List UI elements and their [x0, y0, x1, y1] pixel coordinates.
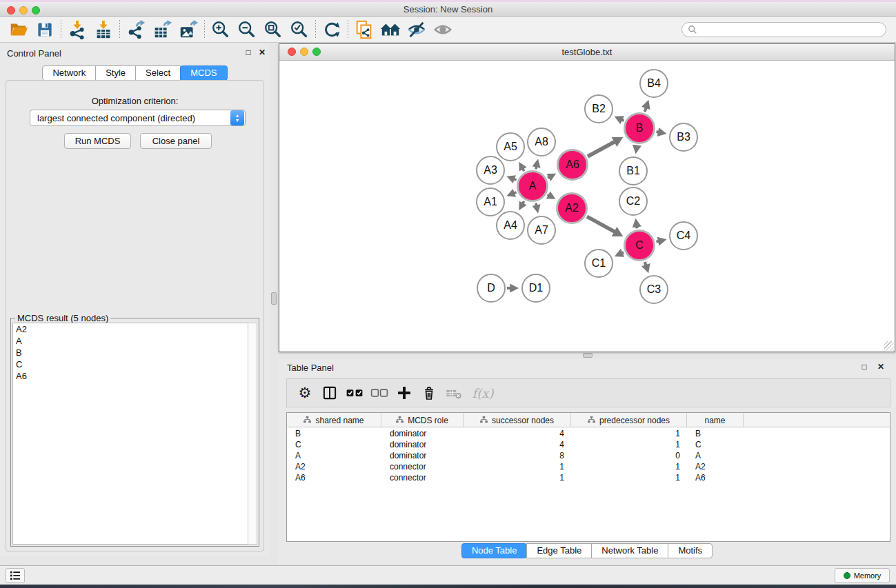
import-network-button[interactable]	[64, 19, 90, 41]
criterion-dropdown[interactable]: largest connected component (directed) ▲…	[30, 110, 246, 126]
zoom-fit-button[interactable]	[260, 19, 286, 41]
export-table-button[interactable]	[149, 19, 175, 41]
close-table-panel-icon[interactable]: ✕	[875, 362, 886, 372]
close-network-button[interactable]	[288, 48, 296, 56]
tab-edge-table[interactable]: Edge Table	[526, 543, 592, 558]
zoom-window-button[interactable]	[32, 6, 40, 14]
select-all-button[interactable]	[342, 381, 367, 405]
refresh-layout-button[interactable]	[319, 19, 345, 41]
hide-selected-button[interactable]	[404, 19, 430, 41]
tab-mcds[interactable]: MCDS	[180, 65, 227, 81]
column-header-name[interactable]: name	[687, 413, 744, 427]
save-session-button[interactable]	[32, 19, 58, 41]
column-header-shared-name[interactable]: shared name	[287, 413, 381, 427]
result-item[interactable]: B	[13, 347, 248, 358]
graph-node-C4[interactable]: C4	[669, 221, 698, 250]
deselect-all-button[interactable]	[367, 381, 392, 405]
table-row[interactable]: A2connector11A2	[287, 461, 890, 472]
result-item[interactable]: A	[13, 335, 248, 347]
column-type-icon	[303, 416, 315, 425]
graph-node-A6[interactable]: A6	[557, 149, 588, 181]
graph-node-C[interactable]: C	[624, 230, 655, 261]
graph-node-D[interactable]: D	[477, 274, 506, 303]
task-history-button[interactable]	[6, 568, 25, 583]
zoom-in-button[interactable]	[208, 19, 234, 41]
float-panel-icon[interactable]: □	[243, 48, 254, 57]
graph-node-A4[interactable]: A4	[496, 211, 525, 240]
run-mcds-button[interactable]: Run MCDS	[64, 133, 131, 149]
graph-edge-A2-C[interactable]	[587, 216, 615, 232]
zoom-selected-button[interactable]	[286, 19, 312, 41]
zoom-out-button[interactable]	[234, 19, 260, 41]
tab-motifs[interactable]: Motifs	[668, 543, 713, 558]
graph-node-B2[interactable]: B2	[584, 94, 613, 123]
graph-node-C2[interactable]: C2	[619, 187, 648, 216]
memory-button[interactable]: Memory	[835, 568, 890, 583]
result-item[interactable]: C	[13, 358, 248, 370]
minimize-window-button[interactable]	[19, 6, 28, 14]
tab-network-table[interactable]: Network Table	[591, 543, 668, 558]
delete-column-button[interactable]	[417, 381, 441, 405]
tab-node-table[interactable]: Node Table	[461, 543, 528, 558]
toolbar-separator	[315, 20, 316, 39]
export-table-icon	[152, 19, 172, 40]
function-builder-button[interactable]: f(x)	[466, 381, 499, 405]
window-resize-grip[interactable]	[884, 341, 894, 351]
graph-node-B1[interactable]: B1	[619, 156, 648, 185]
table-settings-button[interactable]: ⚙	[292, 381, 317, 405]
search-field[interactable]	[681, 22, 886, 37]
column-header-predecessor-nodes[interactable]: predecessor nodes	[571, 413, 687, 427]
table-cell: C	[687, 439, 744, 450]
first-neighbors-button[interactable]	[377, 19, 404, 41]
column-header-MCDS-role[interactable]: MCDS role	[381, 413, 464, 427]
edge-arrowhead	[633, 219, 641, 228]
delete-table-icon	[444, 384, 464, 402]
table-row[interactable]: A6connector11A6	[287, 472, 890, 483]
minimize-network-button[interactable]	[300, 48, 308, 56]
edge-arrowhead	[510, 283, 519, 292]
result-item[interactable]: A2	[13, 323, 248, 335]
graph-node-B4[interactable]: B4	[639, 69, 668, 98]
column-header-successor-nodes[interactable]: successor nodes	[464, 413, 571, 427]
new-network-from-selection-button[interactable]	[351, 19, 377, 41]
graph-node-D1[interactable]: D1	[521, 274, 550, 303]
export-network-button[interactable]	[123, 19, 149, 41]
graph-node-A5[interactable]: A5	[496, 132, 525, 161]
graph-node-A3[interactable]: A3	[476, 156, 505, 185]
graph-node-C1[interactable]: C1	[584, 249, 613, 278]
graph-node-C3[interactable]: C3	[639, 275, 668, 304]
delete-table-button[interactable]	[441, 381, 466, 405]
tab-style[interactable]: Style	[95, 65, 136, 81]
table-row[interactable]: Adominator80A	[287, 450, 890, 461]
vertical-splitter-grip[interactable]	[271, 292, 277, 305]
import-table-button[interactable]	[90, 19, 117, 41]
close-panel-button[interactable]: Close panel	[140, 133, 212, 149]
graph-node-B3[interactable]: B3	[669, 123, 698, 152]
split-view-button[interactable]	[317, 381, 342, 405]
network-canvas[interactable]: B4B2BB3A8A5A6B1A3AC2A1A2A4A7C4CC1C3DD1	[279, 61, 895, 352]
add-column-button[interactable]	[392, 381, 417, 405]
open-file-button[interactable]	[6, 19, 32, 41]
zoom-network-button[interactable]	[312, 48, 321, 56]
result-item[interactable]: A6	[13, 370, 248, 382]
table-row[interactable]: Cdominator41C	[287, 439, 890, 450]
graph-edge-A6-B[interactable]	[588, 141, 615, 156]
show-all-button[interactable]	[430, 19, 456, 41]
graph-node-A[interactable]: A	[517, 170, 548, 202]
tab-select[interactable]: Select	[135, 65, 181, 81]
close-window-button[interactable]	[7, 6, 15, 14]
graph-node-A2[interactable]: A2	[556, 192, 588, 224]
graph-node-A1[interactable]: A1	[476, 187, 505, 216]
graph-node-A8[interactable]: A8	[527, 128, 556, 156]
tab-network[interactable]: Network	[42, 65, 96, 81]
toolbar-separator	[61, 20, 61, 39]
table-row[interactable]: Bdominator41B	[287, 428, 890, 439]
result-scrollbar[interactable]	[248, 323, 257, 545]
float-table-panel-icon[interactable]: □	[859, 362, 870, 372]
graph-node-A7[interactable]: A7	[527, 216, 556, 245]
export-image-button[interactable]	[175, 19, 201, 41]
mcds-result-list[interactable]: A2ABCA6	[12, 323, 248, 545]
search-input[interactable]	[701, 25, 880, 34]
graph-node-B[interactable]: B	[624, 112, 655, 144]
close-panel-icon[interactable]: ✕	[257, 48, 268, 57]
